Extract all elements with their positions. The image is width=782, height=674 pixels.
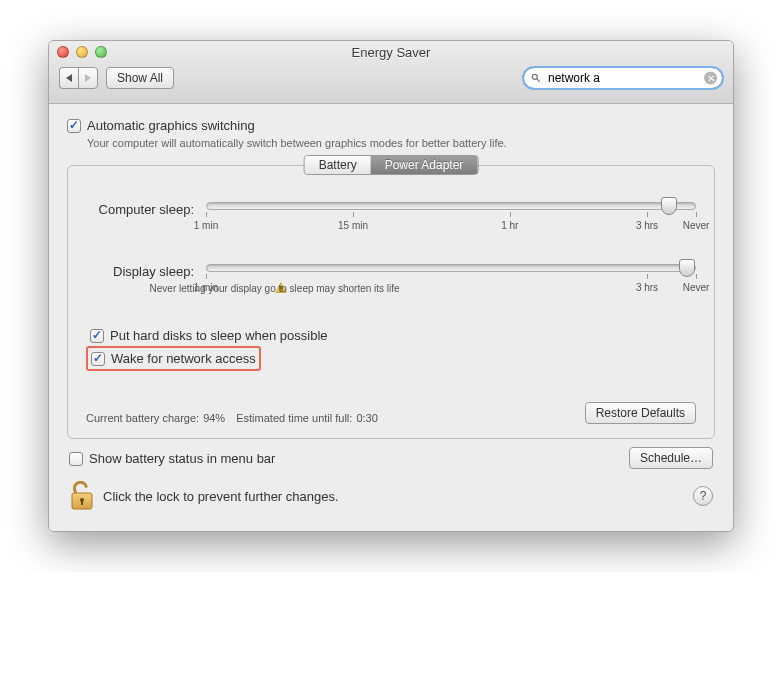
- toolbar: Show All ✕: [49, 61, 733, 97]
- display-sleep-slider[interactable]: [206, 264, 696, 272]
- hdd-sleep-label: Put hard disks to sleep when possible: [110, 328, 328, 343]
- auto-graphics-desc: Your computer will automatically switch …: [87, 137, 715, 149]
- computer-sleep-slider[interactable]: [206, 202, 696, 210]
- display-sleep-warning: Never letting your display go to sleep m…: [275, 282, 287, 294]
- lock-icon[interactable]: [69, 481, 95, 511]
- footer-row: Show battery status in menu bar Schedule…: [67, 439, 715, 469]
- tab-battery[interactable]: Battery: [305, 156, 371, 174]
- content: Automatic graphics switching Your comput…: [49, 104, 733, 531]
- titlebar: Energy Saver Show All ✕: [49, 41, 733, 104]
- back-button[interactable]: [59, 67, 78, 89]
- wake-network-row: Wake for network access: [91, 349, 256, 368]
- search-icon: [531, 73, 541, 83]
- show-battery-menu-label: Show battery status in menu bar: [89, 451, 275, 466]
- help-button[interactable]: ?: [693, 486, 713, 506]
- hdd-sleep-checkbox[interactable]: [90, 329, 104, 343]
- power-tabs: Battery Power Adapter: [304, 155, 479, 175]
- show-battery-menu-row: Show battery status in menu bar: [69, 449, 275, 468]
- tick-1min: 1 min: [194, 220, 218, 231]
- nav-segmented: [59, 67, 98, 89]
- tick-15min: 15 min: [338, 220, 368, 231]
- close-icon[interactable]: [57, 46, 69, 58]
- tab-power-adapter[interactable]: Power Adapter: [371, 156, 478, 174]
- chevron-right-icon: [85, 74, 91, 82]
- search-field-wrap: ✕: [523, 67, 723, 89]
- auto-graphics-checkbox[interactable]: [67, 119, 81, 133]
- tick-1hr: 1 hr: [501, 220, 518, 231]
- schedule-button[interactable]: Schedule…: [629, 447, 713, 469]
- zoom-icon[interactable]: [95, 46, 107, 58]
- svg-line-1: [537, 79, 540, 82]
- clear-search-icon[interactable]: ✕: [704, 72, 717, 85]
- tick2-3hrs: 3 hrs: [636, 282, 658, 293]
- tick2-never: Never: [683, 282, 710, 293]
- energy-saver-window: Energy Saver Show All ✕ Automatic graphi…: [48, 40, 734, 532]
- display-sleep-label: Display sleep:: [86, 264, 206, 279]
- svg-rect-7: [81, 500, 83, 505]
- tick-3hrs: 3 hrs: [636, 220, 658, 231]
- wake-network-label: Wake for network access: [111, 351, 256, 366]
- power-groupbox: Battery Power Adapter Computer sleep:: [67, 165, 715, 439]
- tick-never: Never: [683, 220, 710, 231]
- show-all-button[interactable]: Show All: [106, 67, 174, 89]
- show-battery-menu-checkbox[interactable]: [69, 452, 83, 466]
- svg-point-0: [532, 74, 537, 79]
- chevron-left-icon: [66, 74, 72, 82]
- forward-button: [78, 67, 98, 89]
- restore-defaults-button[interactable]: Restore Defaults: [585, 402, 696, 424]
- minimize-icon[interactable]: [76, 46, 88, 58]
- auto-graphics-row: Automatic graphics switching: [67, 116, 715, 135]
- display-sleep-row: Display sleep: 1 min Never let: [86, 264, 696, 296]
- wake-network-checkbox[interactable]: [91, 352, 105, 366]
- wake-network-highlight: Wake for network access: [86, 346, 261, 371]
- traffic-lights: [57, 46, 107, 58]
- lock-message: Click the lock to prevent further change…: [103, 489, 339, 504]
- hdd-sleep-row: Put hard disks to sleep when possible: [90, 326, 696, 345]
- search-input[interactable]: [523, 67, 723, 89]
- computer-sleep-label: Computer sleep:: [86, 202, 206, 217]
- auto-graphics-label: Automatic graphics switching: [87, 118, 255, 133]
- lock-row: Click the lock to prevent further change…: [67, 469, 715, 515]
- computer-sleep-row: Computer sleep: 1 min 15 min: [86, 202, 696, 234]
- window-title: Energy Saver: [49, 45, 733, 61]
